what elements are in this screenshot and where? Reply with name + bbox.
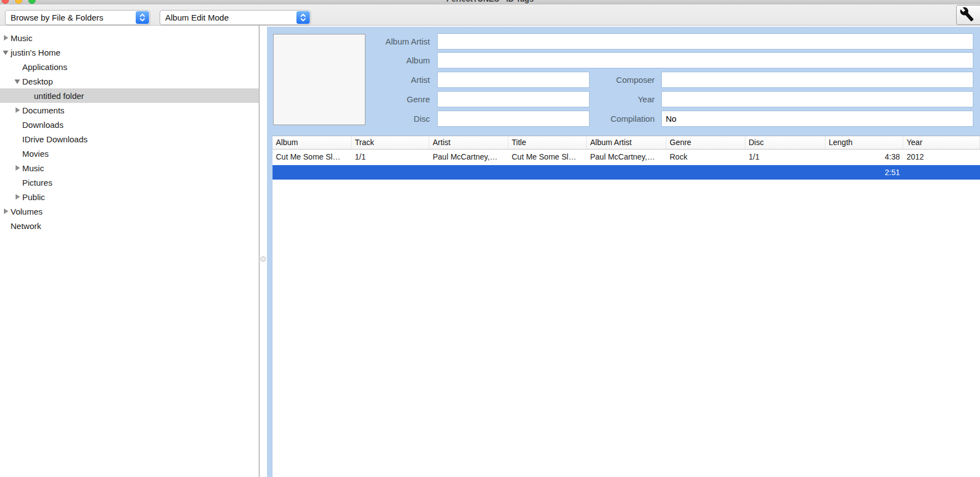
sidebar-item-desktop[interactable]: Desktop: [0, 74, 259, 88]
tools-button[interactable]: [956, 5, 980, 25]
sidebar-item-public[interactable]: Public: [0, 190, 259, 204]
sidebar-item-network[interactable]: Network: [0, 218, 259, 233]
cell-length: 2:51: [825, 165, 903, 180]
up-down-chevrons-icon: [296, 11, 310, 24]
track-table: AlbumTrackArtistTitleAlbum ArtistGenreDi…: [273, 136, 980, 477]
tree-indent-spacer: [26, 91, 34, 100]
compilation-label: Compilation: [517, 111, 655, 127]
column-header-album[interactable]: Album: [273, 136, 352, 149]
sidebar-item-label: IDrive Downloads: [22, 135, 88, 144]
sidebar-item-downloads[interactable]: Downloads: [0, 117, 259, 132]
tree-indent-spacer: [14, 178, 22, 187]
sidebar-item-label: Desktop: [22, 77, 53, 86]
sidebar-item-idrive-downloads[interactable]: IDrive Downloads: [0, 132, 259, 146]
disclosure-triangle-icon[interactable]: [14, 77, 22, 86]
sidebar-item-justin-s-home[interactable]: justin's Home: [0, 45, 259, 59]
disclosure-triangle-icon[interactable]: [2, 48, 11, 57]
column-header-artist[interactable]: Artist: [429, 136, 508, 149]
cell-track: [352, 165, 429, 180]
tree-indent-spacer: [14, 120, 22, 129]
table-body: Cut Me Some Sl…1/1Paul McCartney,…Cut Me…: [273, 150, 980, 180]
disclosure-triangle-icon[interactable]: [2, 207, 11, 216]
browse-mode-dropdown[interactable]: Browse by File & Folders: [5, 10, 150, 25]
disclosure-triangle-icon[interactable]: [14, 106, 22, 115]
sidebar-tree: Musicjustin's HomeApplicationsDesktopunt…: [0, 26, 260, 477]
column-header-length[interactable]: Length: [825, 136, 903, 149]
disclosure-triangle-icon[interactable]: [14, 163, 22, 172]
edit-mode-dropdown[interactable]: Album Edit Mode: [160, 10, 311, 25]
cell-artist: Paul McCartney,…: [429, 150, 508, 165]
sidebar-item-untitled-folder[interactable]: untitled folder: [0, 88, 259, 103]
tree-indent-spacer: [2, 221, 11, 230]
sidebar-item-label: Music: [11, 33, 32, 43]
cell-album: Cut Me Some Sl…: [273, 150, 352, 165]
composer-field[interactable]: [661, 72, 973, 88]
cell-genre: Rock: [666, 150, 745, 165]
wrench-icon: [959, 7, 974, 24]
cell-artist: [429, 165, 508, 180]
sidebar-item-label: Public: [22, 192, 45, 202]
sidebar-item-label: Music: [22, 163, 44, 173]
cell-album: [273, 165, 352, 180]
cell-album-artist: [587, 165, 666, 180]
sidebar-item-pictures[interactable]: Pictures: [0, 175, 259, 190]
sidebar-item-label: Volumes: [11, 207, 43, 216]
sidebar-item-music[interactable]: Music: [0, 161, 259, 175]
table-row[interactable]: 2:51: [273, 165, 980, 180]
column-header-track[interactable]: Track: [352, 136, 429, 149]
sidebar-item-label: Downloads: [22, 120, 63, 130]
column-header-year[interactable]: Year: [903, 136, 980, 149]
tree-indent-spacer: [14, 135, 22, 143]
window-title: PerfectTUNES - ID Tags: [0, 0, 980, 3]
up-down-chevrons-icon: [136, 11, 149, 24]
cell-year: [903, 165, 980, 180]
cell-disc: [745, 165, 825, 180]
composer-label: Composer: [517, 72, 655, 88]
sidebar-item-label: justin's Home: [11, 48, 61, 57]
year-field[interactable]: [661, 91, 973, 107]
sidebar-item-label: Movies: [22, 149, 49, 158]
sidebar-item-documents[interactable]: Documents: [0, 103, 259, 117]
year-label: Year: [517, 91, 655, 107]
album-artist-label: Album Artist: [323, 33, 430, 49]
cell-length: 4:38: [825, 150, 903, 165]
artist-label: Artist: [323, 72, 430, 88]
table-row[interactable]: Cut Me Some Sl…1/1Paul McCartney,…Cut Me…: [273, 150, 980, 165]
column-header-genre[interactable]: Genre: [666, 136, 745, 149]
sidebar-item-movies[interactable]: Movies: [0, 146, 259, 161]
album-label: Album: [323, 52, 430, 68]
disc-label: Disc: [323, 111, 430, 127]
disclosure-triangle-icon[interactable]: [2, 33, 11, 42]
tag-editor-panel: Album Artist Album Artist Composer Genre…: [267, 27, 980, 477]
sidebar-item-label: Pictures: [22, 178, 52, 187]
disclosure-triangle-icon[interactable]: [14, 192, 22, 201]
cell-year: 2012: [903, 150, 980, 165]
table-header-row: AlbumTrackArtistTitleAlbum ArtistGenreDi…: [273, 136, 980, 150]
album-field[interactable]: [437, 52, 973, 68]
sidebar-item-label: untitled folder: [34, 91, 84, 101]
pane-splitter-handle[interactable]: [260, 256, 266, 262]
column-header-title[interactable]: Title: [508, 136, 587, 149]
cell-genre: [666, 165, 745, 180]
browse-mode-label: Browse by File & Folders: [11, 13, 103, 22]
sidebar-item-music[interactable]: Music: [0, 31, 259, 45]
tree-indent-spacer: [14, 62, 22, 71]
cell-album-artist: Paul McCartney,…: [587, 150, 666, 165]
compilation-field[interactable]: [661, 111, 973, 127]
album-artist-field[interactable]: [437, 33, 973, 49]
cell-track: 1/1: [352, 150, 429, 165]
sidebar-item-label: Network: [11, 221, 41, 231]
column-header-disc[interactable]: Disc: [745, 136, 825, 149]
tree-indent-spacer: [14, 149, 22, 158]
cell-title: [508, 165, 587, 180]
column-header-album-artist[interactable]: Album Artist: [587, 136, 666, 149]
edit-mode-label: Album Edit Mode: [165, 13, 229, 22]
genre-label: Genre: [323, 91, 430, 107]
toolbar: Browse by File & Folders Album Edit Mode: [0, 4, 980, 26]
sidebar-item-volumes[interactable]: Volumes: [0, 204, 259, 218]
sidebar-item-applications[interactable]: Applications: [0, 59, 259, 74]
cell-disc: 1/1: [745, 150, 825, 165]
title-bar: PerfectTUNES - ID Tags: [0, 0, 980, 4]
sidebar-item-label: Documents: [22, 106, 65, 115]
cell-title: Cut Me Some Sl…: [508, 150, 587, 165]
